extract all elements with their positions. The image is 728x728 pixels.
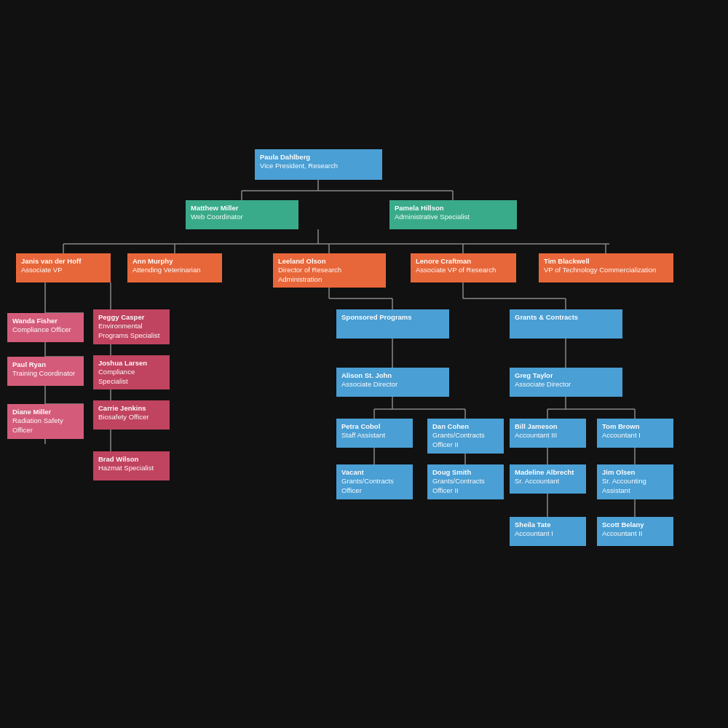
node-scott: Scott BelanyAccountant II <box>597 517 673 546</box>
node-wanda: Wanda FisherCompliance Officer <box>7 313 84 342</box>
node-sponsored-name: Sponsored Programs <box>341 313 444 322</box>
node-diane-title: Radiation Safety Officer <box>12 416 79 435</box>
node-paul-title: Training Coordinator <box>12 369 79 378</box>
node-ann-name: Ann Murphy <box>132 257 217 266</box>
node-grants_contracts: Grants & Contracts <box>510 309 622 339</box>
node-madeline-title: Sr. Accountant <box>515 477 581 486</box>
node-ann-title: Attending Veterinarian <box>132 266 217 274</box>
node-jim-title: Sr. Accounting Assistant <box>602 477 668 495</box>
node-dan-title: Grants/Contracts Officer II <box>432 431 499 449</box>
node-vacant-name: Vacant <box>341 468 408 477</box>
node-joshua-title: Compliance Specialist <box>98 368 165 386</box>
node-janis-name: Janis van der Hoff <box>21 257 106 266</box>
node-alison-title: Associate Director <box>341 380 444 389</box>
node-paul: Paul RyanTraining Coordinator <box>7 357 84 386</box>
node-petra: Petra CobolStaff Assistant <box>336 419 413 448</box>
node-doug-name: Doug Smith <box>432 468 499 477</box>
node-diane: Diane MillerRadiation Safety Officer <box>7 404 84 439</box>
node-matthew-title: Web Coordinator <box>191 213 293 221</box>
node-peggy: Peggy CasperEnvironmental Programs Speci… <box>93 309 170 344</box>
node-tom-name: Tom Brown <box>602 422 668 431</box>
node-brad-title: Hazmat Specialist <box>98 464 165 472</box>
node-doug-title: Grants/Contracts Officer II <box>432 477 499 495</box>
node-joshua: Joshua LarsenCompliance Specialist <box>93 355 170 389</box>
node-scott-name: Scott Belany <box>602 521 668 529</box>
node-janis: Janis van der HoffAssociate VP <box>16 253 111 282</box>
node-carrie-title: Biosafety Officer <box>98 413 165 422</box>
node-carrie: Carrie JenkinsBiosafety Officer <box>93 400 170 430</box>
node-lenore-title: Associate VP of Research <box>416 266 511 274</box>
node-madeline-name: Madeline Albrecht <box>515 468 581 477</box>
node-brad-name: Brad Wilson <box>98 455 165 464</box>
node-leeland-name: Leeland Olson <box>278 257 381 266</box>
node-paula-title: Vice President, Research <box>260 162 377 170</box>
node-greg-name: Greg Taylor <box>515 371 617 380</box>
node-janis-title: Associate VP <box>21 266 106 274</box>
node-dan: Dan CohenGrants/Contracts Officer II <box>427 419 504 454</box>
node-lenore-name: Lenore Craftman <box>416 257 511 266</box>
node-brad: Brad WilsonHazmat Specialist <box>93 451 170 480</box>
node-paul-name: Paul Ryan <box>12 360 79 369</box>
node-jim-name: Jim Olsen <box>602 468 668 477</box>
node-pamela: Pamela HillsonAdministrative Specialist <box>389 200 517 229</box>
node-alison: Alison St. JohnAssociate Director <box>336 368 449 397</box>
node-grants_contracts-name: Grants & Contracts <box>515 313 617 322</box>
node-carrie-name: Carrie Jenkins <box>98 404 165 413</box>
node-peggy-name: Peggy Casper <box>98 313 165 322</box>
node-wanda-title: Compliance Officer <box>12 325 79 334</box>
node-tim: Tim BlackwellVP of Technology Commercial… <box>539 253 673 282</box>
node-leeland: Leeland OlsonDirector of Research Admini… <box>273 253 386 288</box>
node-madeline: Madeline AlbrechtSr. Accountant <box>510 464 586 494</box>
node-vacant-title: Grants/Contracts Officer <box>341 477 408 495</box>
node-bill-name: Bill Jameson <box>515 422 581 431</box>
node-tom: Tom BrownAccountant I <box>597 419 673 448</box>
node-pamela-name: Pamela Hillson <box>395 204 512 213</box>
org-chart: Paula DahlbergVice President, ResearchMa… <box>0 0 728 728</box>
node-paula-name: Paula Dahlberg <box>260 153 377 162</box>
node-matthew: Matthew MillerWeb Coordinator <box>186 200 298 229</box>
node-leeland-title: Director of Research Administration <box>278 266 381 284</box>
node-vacant: VacantGrants/Contracts Officer <box>336 464 413 499</box>
node-scott-title: Accountant II <box>602 529 668 538</box>
node-greg-title: Associate Director <box>515 380 617 389</box>
node-sheila-name: Sheila Tate <box>515 521 581 529</box>
node-joshua-name: Joshua Larsen <box>98 359 165 368</box>
node-doug: Doug SmithGrants/Contracts Officer II <box>427 464 504 499</box>
node-paula: Paula DahlbergVice President, Research <box>255 149 382 180</box>
node-sheila: Sheila TateAccountant I <box>510 517 586 546</box>
node-peggy-title: Environmental Programs Specialist <box>98 322 165 340</box>
node-bill: Bill JamesonAccountant III <box>510 419 586 448</box>
node-petra-name: Petra Cobol <box>341 422 408 431</box>
node-sheila-title: Accountant I <box>515 529 581 538</box>
node-bill-title: Accountant III <box>515 431 581 440</box>
node-wanda-name: Wanda Fisher <box>12 317 79 325</box>
node-tim-title: VP of Technology Commercialization <box>544 266 668 274</box>
node-tom-title: Accountant I <box>602 431 668 440</box>
node-sponsored: Sponsored Programs <box>336 309 449 339</box>
node-lenore: Lenore CraftmanAssociate VP of Research <box>411 253 516 282</box>
node-greg: Greg TaylorAssociate Director <box>510 368 622 397</box>
node-diane-name: Diane Miller <box>12 408 79 416</box>
node-dan-name: Dan Cohen <box>432 422 499 431</box>
node-tim-name: Tim Blackwell <box>544 257 668 266</box>
node-alison-name: Alison St. John <box>341 371 444 380</box>
node-jim: Jim OlsenSr. Accounting Assistant <box>597 464 673 499</box>
node-ann: Ann MurphyAttending Veterinarian <box>127 253 222 282</box>
node-matthew-name: Matthew Miller <box>191 204 293 213</box>
node-pamela-title: Administrative Specialist <box>395 213 512 221</box>
node-petra-title: Staff Assistant <box>341 431 408 440</box>
